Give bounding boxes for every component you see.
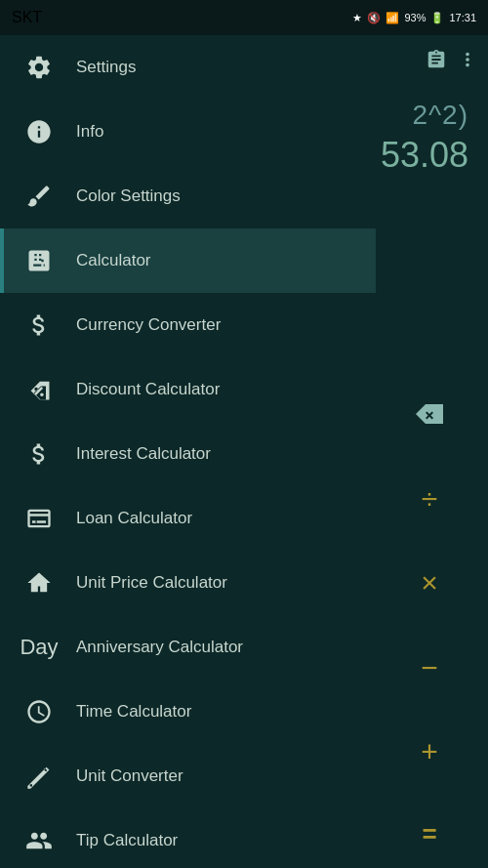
status-right: ★ 🔇 📶 93% 🔋 17:31 — [352, 12, 476, 24]
clock-icon — [20, 692, 59, 731]
tip-label: Tip Calculator — [76, 831, 178, 850]
mute-icon: 🔇 — [367, 12, 381, 24]
menu-item-tip-calculator[interactable]: Tip Calculator — [0, 808, 376, 868]
tip-icon — [20, 821, 59, 860]
menu-item-interest-calculator[interactable]: Interest Calculator — [0, 422, 376, 486]
unit-converter-label: Unit Converter — [76, 766, 183, 786]
color-settings-label: Color Settings — [76, 186, 181, 206]
anniversary-icon: Day — [20, 628, 59, 667]
unit-price-icon — [20, 563, 59, 602]
menu-item-discount-calculator[interactable]: Discount Calculator — [0, 357, 376, 422]
calculator-buttons: ÷ × − + = — [371, 367, 488, 868]
calculator-icon — [20, 241, 59, 280]
multiply-button[interactable]: × — [421, 566, 438, 599]
status-bar: SKT ★ 🔇 📶 93% 🔋 17:31 — [0, 0, 488, 35]
ruler-icon — [20, 757, 59, 796]
loan-icon — [20, 499, 59, 538]
calc-expression: 2^2) — [412, 100, 468, 131]
minus-button[interactable]: − — [421, 651, 438, 684]
calculator-label: Calculator — [76, 251, 151, 270]
menu-item-loan-calculator[interactable]: Loan Calculator — [0, 486, 376, 551]
menu-item-unit-price-calculator[interactable]: Unit Price Calculator — [0, 551, 376, 615]
time-label: Time Calculator — [76, 702, 191, 722]
bluetooth-icon: ★ — [352, 12, 362, 24]
unit-price-label: Unit Price Calculator — [76, 573, 227, 593]
menu-item-currency-converter[interactable]: Currency Converter — [0, 293, 376, 357]
menu-item-settings[interactable]: Settings — [0, 35, 376, 100]
menu-item-anniversary-calculator[interactable]: Day Anniversary Calculator — [0, 615, 376, 680]
plus-button[interactable]: + — [421, 735, 438, 768]
currency-icon — [20, 306, 59, 345]
equals-button[interactable]: = — [422, 819, 436, 849]
settings-label: Settings — [76, 58, 136, 77]
interest-label: Interest Calculator — [76, 444, 211, 464]
info-label: Info — [76, 122, 103, 142]
day-text: Day — [20, 637, 58, 658]
divide-button[interactable]: ÷ — [422, 482, 437, 516]
wifi-icon: 📶 — [386, 12, 399, 24]
menu-item-color-settings[interactable]: Color Settings — [0, 164, 376, 228]
menu-item-time-calculator[interactable]: Time Calculator — [0, 680, 376, 744]
menu-item-info[interactable]: Info — [0, 100, 376, 164]
loan-label: Loan Calculator — [76, 509, 192, 528]
anniversary-label: Anniversary Calculator — [76, 638, 243, 657]
discount-label: Discount Calculator — [76, 380, 220, 399]
calc-result: 53.08 — [381, 135, 468, 176]
clipboard-icon[interactable] — [426, 49, 447, 76]
currency-label: Currency Converter — [76, 315, 221, 335]
battery-icon: 🔋 — [430, 12, 444, 24]
more-options-icon[interactable] — [457, 49, 478, 76]
info-icon — [20, 112, 59, 151]
menu-item-unit-converter[interactable]: Unit Converter — [0, 744, 376, 808]
settings-icon — [20, 48, 59, 87]
carrier-label: SKT — [12, 9, 42, 26]
interest-icon — [20, 434, 59, 474]
time-label: 17:31 — [449, 12, 476, 23]
menu-item-calculator[interactable]: Calculator — [0, 228, 376, 293]
navigation-drawer: Settings Info Color Settings Calculator … — [0, 35, 376, 868]
battery-label: 93% — [404, 12, 426, 23]
backspace-button[interactable] — [414, 402, 445, 432]
color-settings-icon — [20, 177, 59, 216]
discount-icon — [20, 370, 59, 409]
